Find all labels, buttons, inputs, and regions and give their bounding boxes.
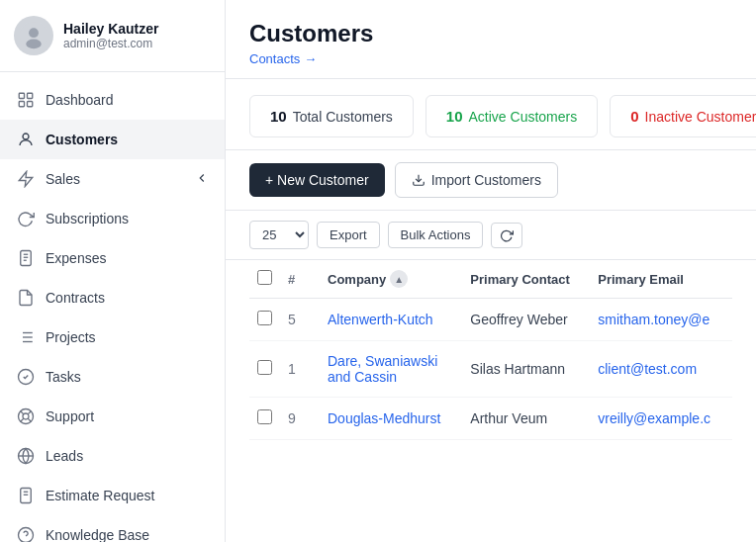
customers-table-container: # Company ▲ Primary Contact Primary Emai… [226,260,756,542]
stat-inactive-customers[interactable]: 0 Inactive Customers [610,95,756,137]
stat-active-label: Active Customers [469,109,578,125]
table-controls: 10 25 50 100 Export Bulk Actions [226,211,756,260]
sidebar-item-customers[interactable]: Customers [0,120,225,159]
stat-inactive-label: Inactive Customers [645,109,756,125]
table-row: 9 Douglas-Medhurst Arthur Veum vreilly@e… [249,398,732,440]
import-customers-label: Import Customers [431,172,541,188]
svg-marker-8 [19,172,33,187]
stat-total-label: Total Customers [293,109,393,125]
svg-rect-5 [19,102,24,107]
support-icon [16,406,36,426]
page-size-select[interactable]: 10 25 50 100 [249,221,309,249]
row-company[interactable]: Altenwerth-Kutch [320,299,462,341]
svg-line-25 [21,418,24,421]
import-icon [412,173,425,187]
sidebar-item-dashboard[interactable]: Dashboard [0,80,225,120]
new-customer-button[interactable]: + New Customer [249,163,385,197]
row-primary-email: smitham.toney@e [590,299,732,341]
row-primary-email: client@test.com [590,341,732,398]
sidebar-item-projects[interactable]: Projects [0,317,225,357]
sidebar-item-knowledge-base-label: Knowledge Base [46,527,209,542]
estimate-icon [16,486,36,505]
svg-line-23 [28,418,31,421]
document-icon [16,248,36,268]
sidebar-item-subscriptions-label: Subscriptions [46,211,209,226]
stat-inactive-number: 0 [630,108,638,125]
th-primary-contact: Primary Contact [462,260,590,299]
person-icon [16,130,36,149]
sidebar-item-estimate-request[interactable]: Estimate Request [0,476,225,515]
stats-row: 10 Total Customers 10 Active Customers 0… [226,79,756,150]
svg-point-31 [19,528,34,543]
page-title: Customers [249,20,732,47]
export-button[interactable]: Export [317,222,380,248]
sidebar-item-tasks-label: Tasks [46,369,209,385]
sidebar-item-subscriptions[interactable]: Subscriptions [0,199,225,238]
select-all-checkbox[interactable] [257,270,272,285]
breadcrumb-arrow: → [304,51,317,66]
row-primary-contact: Arthur Veum [462,398,590,440]
list-icon [16,327,36,347]
row-checkbox-cell [249,341,280,398]
table-row: 1 Dare, Swaniawskiand Cassin Silas Hartm… [249,341,732,398]
profile-name: Hailey Kautzer [63,21,158,37]
row-company[interactable]: Dare, Swaniawskiand Cassin [320,341,462,398]
sort-icon[interactable]: ▲ [390,270,408,288]
sidebar-item-leads-label: Leads [46,448,209,464]
table-row: 5 Altenwerth-Kutch Geoffrey Weber smitha… [249,299,732,341]
sidebar-item-sales-label: Sales [46,171,185,187]
row-number: 1 [280,341,320,398]
svg-rect-3 [19,93,24,98]
stat-total-customers[interactable]: 10 Total Customers [249,95,414,137]
row-checkbox-cell [249,299,280,341]
sidebar-item-sales[interactable]: Sales [0,159,225,199]
sidebar-nav: Dashboard Customers Sales Subscriptions [0,72,225,542]
lightning-icon [16,169,36,189]
sidebar-item-customers-label: Customers [46,132,209,147]
row-number: 9 [280,398,320,440]
sidebar-item-tasks[interactable]: Tasks [0,357,225,397]
svg-point-2 [26,40,41,49]
sidebar-item-support[interactable]: Support [0,397,225,436]
profile-info: Hailey Kautzer admin@test.com [63,21,158,50]
refresh-icon [500,228,514,242]
svg-point-1 [29,28,39,38]
th-company-label: Company [328,272,386,287]
sidebar-item-contracts[interactable]: Contracts [0,278,225,317]
svg-rect-9 [21,251,32,266]
svg-point-21 [23,413,29,419]
refresh-button[interactable] [491,223,522,248]
svg-rect-4 [28,93,33,98]
sidebar-item-leads[interactable]: Leads [0,436,225,476]
grid-icon [16,90,36,110]
bulk-actions-button[interactable]: Bulk Actions [388,222,484,248]
sidebar-item-expenses[interactable]: Expenses [0,238,225,278]
sidebar-item-projects-label: Projects [46,329,209,345]
row-checkbox[interactable] [257,409,272,424]
svg-line-22 [21,411,24,414]
refresh-icon [16,209,36,228]
customers-table: # Company ▲ Primary Contact Primary Emai… [249,260,732,440]
sidebar-item-dashboard-label: Dashboard [46,92,209,108]
row-company[interactable]: Douglas-Medhurst [320,398,462,440]
svg-rect-28 [21,489,32,503]
breadcrumb-link[interactable]: Contacts [249,51,300,66]
row-checkbox[interactable] [257,311,272,325]
sidebar-item-knowledge-base[interactable]: Knowledge Base [0,515,225,542]
sidebar-item-estimate-request-label: Estimate Request [46,488,209,503]
stat-active-customers[interactable]: 10 Active Customers [425,95,598,137]
svg-rect-6 [28,102,33,107]
check-circle-icon [16,367,36,387]
stat-total-number: 10 [270,108,287,125]
chevron-icon [195,171,209,188]
row-primary-contact: Geoffrey Weber [462,299,590,341]
th-company[interactable]: Company ▲ [320,260,462,299]
main-content: Customers Contacts → 10 Total Customers … [226,0,756,542]
svg-line-24 [28,411,31,414]
row-checkbox[interactable] [257,360,272,375]
th-checkbox [249,260,280,299]
import-customers-button[interactable]: Import Customers [395,162,558,198]
sidebar: Hailey Kautzer admin@test.com Dashboard … [0,0,226,542]
sidebar-item-support-label: Support [46,408,209,424]
sidebar-item-expenses-label: Expenses [46,250,209,266]
